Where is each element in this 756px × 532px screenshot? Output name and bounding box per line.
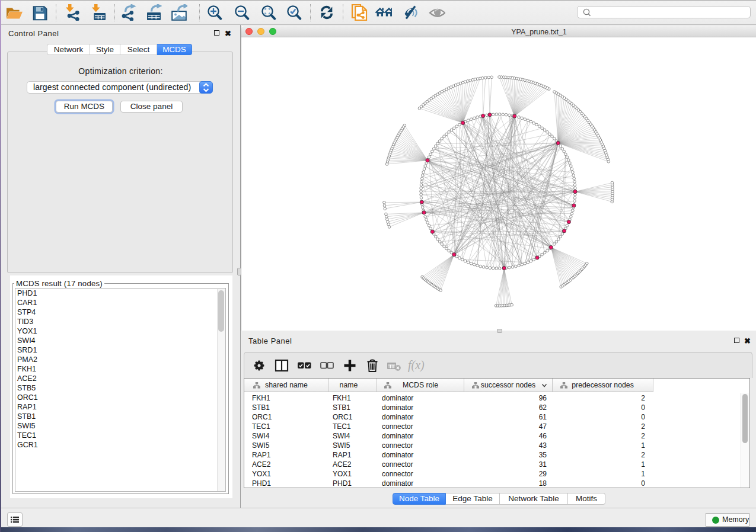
svg-text:f(x): f(x) xyxy=(408,358,425,372)
